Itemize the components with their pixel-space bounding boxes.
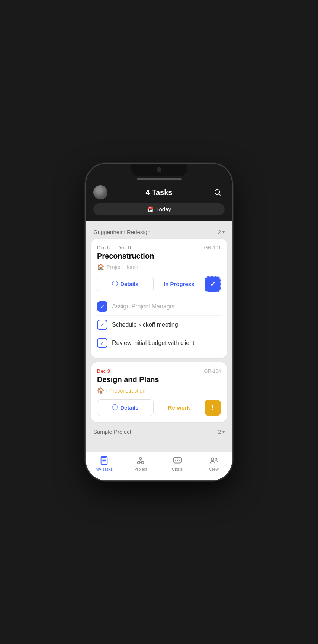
location-text-1: Project Home <box>107 264 138 270</box>
svg-line-1 <box>219 194 221 196</box>
section-name-sample: Sample Project <box>93 429 131 435</box>
task-date-1: Dec 6 — Dec 10 <box>97 245 132 250</box>
section-header-sample: Sample Project 2 ▾ <box>91 427 227 439</box>
task-card-header-1: Dec 6 — Dec 10 GR-101 <box>97 245 221 250</box>
section-name-guggenheim: Guggenheim Redesign <box>93 229 150 235</box>
svg-rect-6 <box>102 456 107 458</box>
chats-icon <box>173 456 182 465</box>
task-location-1: 🏠 Project Home <box>97 263 221 270</box>
search-button[interactable] <box>211 185 225 199</box>
warning-icon: ! <box>212 403 214 412</box>
project-icon <box>136 456 145 465</box>
date-filter[interactable]: 📅 Today <box>93 203 225 215</box>
section-guggenheim: Guggenheim Redesign 2 ▾ Dec 6 — Dec 10 G… <box>91 227 227 422</box>
details-button-1[interactable]: ⓘ Details <box>97 276 154 292</box>
breadcrumb-sep: › <box>106 388 108 394</box>
checkbox-2[interactable]: ✓ <box>97 320 107 330</box>
checklist-label-1: Assign Project Manager <box>112 303 175 310</box>
svg-point-17 <box>211 458 213 461</box>
svg-point-14 <box>175 460 176 461</box>
action-row-1: ⓘ Details In Progress ✓ <box>97 276 221 292</box>
checklist-item-1: ✓ Assign Project Manager <box>97 298 221 316</box>
checklist-label-2: Schedule kickoff meeting <box>112 321 178 328</box>
task-location-2: 🏠 › Preconstruction <box>97 387 221 394</box>
details-label-2: Details <box>120 404 138 411</box>
crew-icon <box>209 456 219 465</box>
chevron-down-icon-2: ▾ <box>222 429 225 435</box>
checklist-item-2: ✓ Schedule kickoff meeting <box>97 316 221 334</box>
notch <box>131 164 187 176</box>
checklist-1: ✓ Assign Project Manager ✓ Schedule kick… <box>97 298 221 352</box>
search-icon <box>213 188 222 196</box>
svg-point-9 <box>142 462 144 464</box>
section-header-guggenheim: Guggenheim Redesign 2 ▾ <box>91 227 227 239</box>
svg-line-10 <box>139 459 141 462</box>
task-card-preconstruction: Dec 6 — Dec 10 GR-101 Preconstruction 🏠 … <box>91 239 227 358</box>
complete-button-2[interactable]: ! <box>205 400 221 416</box>
home-icon-1: 🏠 <box>97 263 105 270</box>
nav-label-chats: Chats <box>172 467 183 471</box>
checkbox-1[interactable]: ✓ <box>97 301 107 312</box>
status-label-2: Re-work <box>157 404 201 411</box>
svg-line-11 <box>141 459 142 462</box>
header: 4 Tasks 📅 Today <box>86 182 232 221</box>
tasks-icon <box>99 456 109 465</box>
nav-crew[interactable]: Crew <box>201 456 227 471</box>
chevron-down-icon: ▾ <box>222 230 225 235</box>
action-row-2: ⓘ Details Re-work ! <box>97 399 221 416</box>
section-sample: Sample Project 2 ▾ <box>91 427 227 439</box>
page-title: 4 Tasks <box>107 188 211 197</box>
checkbox-3[interactable]: ✓ <box>97 338 107 348</box>
nav-label-crew: Crew <box>209 467 219 471</box>
nav-project[interactable]: Project <box>128 456 154 471</box>
avatar[interactable] <box>93 185 107 199</box>
complete-button-1[interactable]: ✓ <box>205 276 221 292</box>
nav-my-tasks[interactable]: My Tasks <box>91 456 117 471</box>
calendar-icon: 📅 <box>147 206 153 212</box>
location-parent-link[interactable]: Preconstruction <box>109 388 145 394</box>
nav-label-project: Project <box>134 467 147 471</box>
svg-point-18 <box>215 458 217 461</box>
task-card-header-2: Dec 3 GR-104 <box>97 368 221 374</box>
status-label-1: In Progress <box>157 281 201 287</box>
nav-label-tasks: My Tasks <box>96 467 113 471</box>
status-bar <box>86 164 232 182</box>
avatar-image <box>93 185 107 199</box>
task-title-1: Preconstruction <box>97 252 221 260</box>
status-pill <box>137 178 182 180</box>
task-id-1: GR-101 <box>204 245 221 250</box>
checklist-item-3: ✓ Review initial budget with client <box>97 334 221 352</box>
svg-point-7 <box>138 462 140 464</box>
svg-point-8 <box>140 458 142 460</box>
svg-point-16 <box>179 460 180 461</box>
camera-notch <box>157 167 161 172</box>
checkmark-icon-1: ✓ <box>210 280 216 288</box>
task-title-2: Design and Plans <box>97 375 221 384</box>
info-icon-2: ⓘ <box>112 404 118 411</box>
details-label-1: Details <box>120 281 138 287</box>
main-content: Guggenheim Redesign 2 ▾ Dec 6 — Dec 10 G… <box>86 221 232 452</box>
svg-point-0 <box>215 190 220 195</box>
section-count-guggenheim[interactable]: 2 ▾ <box>218 229 225 235</box>
bottom-nav: My Tasks Project <box>86 452 232 480</box>
checklist-label-3: Review initial budget with client <box>112 340 194 346</box>
svg-point-15 <box>177 460 178 461</box>
info-icon-1: ⓘ <box>112 280 118 288</box>
task-date-2: Dec 3 <box>97 368 110 374</box>
home-icon-2: 🏠 <box>97 387 105 394</box>
task-id-2: GR-104 <box>204 368 221 374</box>
date-label: Today <box>156 206 171 212</box>
task-card-design: Dec 3 GR-104 Design and Plans 🏠 › Precon… <box>91 362 227 422</box>
section-count-sample[interactable]: 2 ▾ <box>218 429 225 435</box>
nav-chats[interactable]: Chats <box>164 456 190 471</box>
details-button-2[interactable]: ⓘ Details <box>97 399 154 416</box>
